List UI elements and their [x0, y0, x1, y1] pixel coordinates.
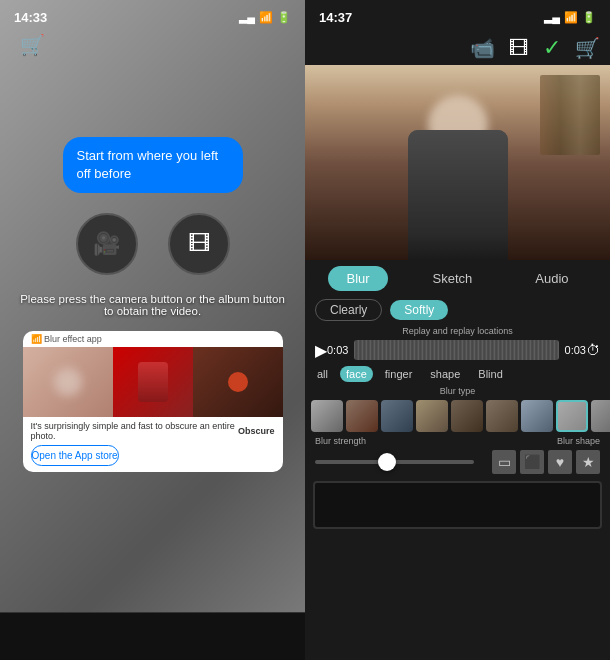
blur-strength-label: Blur strength	[315, 436, 366, 446]
strength-slider-row: ▭ ⬛ ♥ ★	[305, 447, 610, 477]
ad-image-3	[193, 347, 283, 417]
album-icon: 🎞	[188, 231, 210, 257]
left-content: 14:33 ▂▄ 📶 🔋 🛒 Start from where you left…	[0, 0, 305, 660]
right-status-bar: 14:37 ▂▄ 📶 🔋	[305, 0, 610, 31]
blur-thumb-4[interactable]	[416, 400, 448, 432]
sub-tab-softly[interactable]: Softly	[390, 300, 448, 320]
video-preview	[305, 65, 610, 260]
effect-tab-sketch[interactable]: Sketch	[415, 266, 491, 291]
cat-tab-blind[interactable]: Blind	[472, 366, 508, 382]
right-time: 14:37	[319, 10, 352, 25]
effect-tab-blur[interactable]: Blur	[328, 266, 387, 291]
timeline-bar[interactable]	[354, 340, 558, 360]
battery-icon: 🔋	[277, 11, 291, 24]
right-bottom-bar	[313, 481, 602, 529]
blur-thumb-2[interactable]	[346, 400, 378, 432]
blur-thumb-3[interactable]	[381, 400, 413, 432]
right-signal-icon: ▂▄	[544, 11, 560, 24]
cat-tab-all[interactable]: all	[311, 366, 334, 382]
right-status-icons: ▂▄ 📶 🔋	[544, 11, 596, 24]
blur-strength-slider[interactable]	[315, 460, 474, 464]
ad-image-1	[23, 347, 113, 417]
shape-icons-row: ▭ ⬛ ♥ ★	[492, 450, 600, 474]
ad-images	[23, 347, 283, 417]
timeline-fill	[354, 340, 558, 360]
cat-tab-face[interactable]: face	[340, 366, 373, 382]
ad-text-row: It's surprisingly simple and fast to obs…	[23, 417, 283, 445]
play-button[interactable]: ▶	[315, 341, 327, 360]
ad-image-mid	[113, 347, 193, 417]
left-bottom-bar	[0, 612, 305, 660]
timeline-row: ▶ 0:03 0:03 ⏱	[305, 337, 610, 363]
cat-tab-finger[interactable]: finger	[379, 366, 419, 382]
action-buttons-row: 🎥 🎞	[76, 213, 230, 275]
category-tabs: all face finger shape Blind	[305, 363, 610, 385]
cart-icon-left[interactable]: 🛒	[8, 33, 45, 57]
toolbar-check-icon[interactable]: ✓	[543, 35, 561, 61]
time-start: 0:03	[327, 344, 348, 356]
left-time: 14:33	[14, 10, 47, 25]
cat-tab-shape[interactable]: shape	[424, 366, 466, 382]
effect-tabs: Blur Sketch Audio	[305, 260, 610, 297]
right-screen: 14:37 ▂▄ 📶 🔋 📹 🎞 ✓ 🛒 Blur Sketch Audio C…	[305, 0, 610, 660]
top-toolbar: 📹 🎞 ✓ 🛒	[305, 31, 610, 65]
right-wifi-icon: 📶	[564, 11, 578, 24]
ad-header: 📶 Blur effect app	[23, 331, 283, 347]
sub-tab-clearly[interactable]: Clearly	[315, 299, 382, 321]
album-button[interactable]: 🎞	[168, 213, 230, 275]
video-figure	[408, 130, 508, 260]
shape-icon-heart[interactable]: ♥	[548, 450, 572, 474]
camera-button[interactable]: 🎥	[76, 213, 138, 275]
blur-thumb-8[interactable]	[556, 400, 588, 432]
blur-shape-label: Blur shape	[557, 436, 600, 446]
ad-obscure-label: Obscure	[238, 426, 275, 436]
signal-icon: ▂▄	[239, 11, 255, 24]
camera-icon: 🎥	[93, 231, 120, 257]
shape-icon-square[interactable]: ⬛	[520, 450, 544, 474]
chat-bubble: Start from where you left off before	[63, 137, 243, 193]
instructions-text: Please press the camera button or the al…	[0, 293, 305, 317]
toolbar-camera-icon[interactable]: 📹	[470, 36, 495, 60]
slider-thumb[interactable]	[378, 453, 396, 471]
left-status-bar: 14:33 ▂▄ 📶 🔋	[0, 0, 305, 29]
blur-thumb-1[interactable]	[311, 400, 343, 432]
open-app-store-button[interactable]: Open the App store	[31, 445, 119, 466]
blur-thumb-5[interactable]	[451, 400, 483, 432]
replay-label: Replay and replay locations	[305, 325, 610, 337]
wifi-icon: 📶	[259, 11, 273, 24]
blur-type-label: Blur type	[305, 385, 610, 397]
effect-tab-audio[interactable]: Audio	[517, 266, 586, 291]
left-screen: 14:33 ▂▄ 📶 🔋 🛒 Start from where you left…	[0, 0, 305, 660]
sub-tabs: Clearly Softly	[305, 297, 610, 325]
toolbar-album-icon[interactable]: 🎞	[509, 37, 529, 60]
blur-labels-row: Blur strength Blur shape	[305, 435, 610, 447]
blur-thumb-7[interactable]	[521, 400, 553, 432]
left-status-icons: ▂▄ 📶 🔋	[239, 11, 291, 24]
ad-card: 📶 Blur effect app	[23, 331, 283, 472]
clock-icon[interactable]: ⏱	[586, 342, 600, 358]
right-battery-icon: 🔋	[582, 11, 596, 24]
ad-description: It's surprisingly simple and fast to obs…	[31, 421, 238, 441]
shape-icon-rect[interactable]: ▭	[492, 450, 516, 474]
toolbar-cart-icon[interactable]: 🛒	[575, 36, 600, 60]
time-end: 0:03	[565, 344, 586, 356]
blur-thumb-6[interactable]	[486, 400, 518, 432]
ad-header-text: 📶 Blur effect app	[31, 334, 102, 344]
shape-icon-star[interactable]: ★	[576, 450, 600, 474]
thumbnails-row	[305, 397, 610, 435]
blur-thumb-9[interactable]	[591, 400, 610, 432]
